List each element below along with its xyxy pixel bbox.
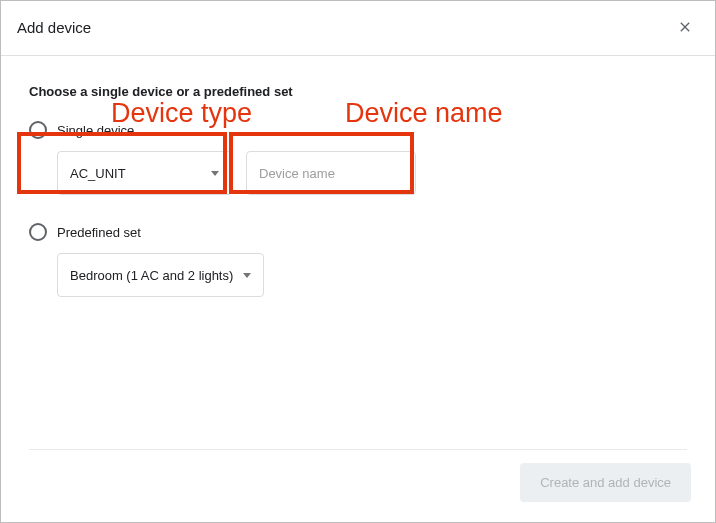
chevron-down-icon xyxy=(243,273,251,278)
dialog-header: Add device xyxy=(1,1,715,56)
dialog-body: Choose a single device or a predefined s… xyxy=(1,56,715,449)
predefined-set-label: Predefined set xyxy=(57,225,141,240)
chevron-down-icon xyxy=(211,171,219,176)
predefined-set-select[interactable]: Bedroom (1 AC and 2 lights) xyxy=(57,253,264,297)
instruction-text: Choose a single device or a predefined s… xyxy=(29,84,687,99)
predefined-set-radio[interactable] xyxy=(29,223,47,241)
close-button[interactable] xyxy=(671,13,699,41)
single-device-row: Single device xyxy=(29,121,687,139)
single-device-option: Single device AC_UNIT xyxy=(29,121,687,195)
dialog-footer: Create and add device xyxy=(1,449,715,522)
device-name-input[interactable] xyxy=(246,151,416,195)
predefined-set-option: Predefined set Bedroom (1 AC and 2 light… xyxy=(29,223,687,297)
single-device-controls: AC_UNIT xyxy=(57,151,687,195)
predefined-set-controls: Bedroom (1 AC and 2 lights) xyxy=(57,253,687,297)
create-and-add-device-button[interactable]: Create and add device xyxy=(520,463,691,502)
add-device-dialog: Add device Choose a single device or a p… xyxy=(0,0,716,523)
device-type-value: AC_UNIT xyxy=(70,166,126,181)
single-device-radio[interactable] xyxy=(29,121,47,139)
predefined-set-value: Bedroom (1 AC and 2 lights) xyxy=(70,268,233,283)
single-device-label: Single device xyxy=(57,123,134,138)
close-icon xyxy=(677,19,693,35)
device-type-select[interactable]: AC_UNIT xyxy=(57,151,232,195)
dialog-title: Add device xyxy=(17,19,91,36)
predefined-set-row: Predefined set xyxy=(29,223,687,241)
